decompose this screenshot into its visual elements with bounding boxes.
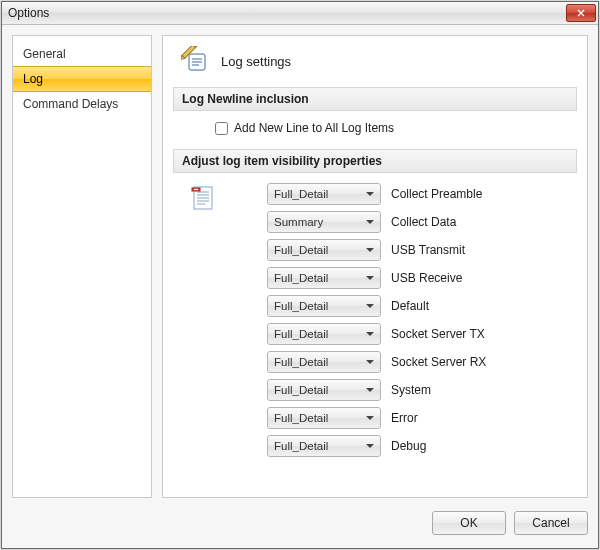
titlebar: Options: [2, 2, 598, 25]
visibility-dropdown[interactable]: Full_Detail: [267, 435, 381, 457]
sidebar-item-command-delays[interactable]: Command Delays: [13, 92, 151, 116]
visibility-dropdown[interactable]: Summary: [267, 211, 381, 233]
section-heading-visibility: Adjust log item visibility properties: [173, 149, 577, 173]
visibility-label: USB Transmit: [391, 243, 465, 257]
visibility-label: Default: [391, 299, 429, 313]
visibility-dropdown[interactable]: Full_Detail: [267, 379, 381, 401]
dropdown-value: Full_Detail: [274, 384, 328, 396]
add-newline-label: Add New Line to All Log Items: [234, 121, 394, 135]
chevron-down-icon: [366, 192, 374, 196]
visibility-label: Debug: [391, 439, 426, 453]
chevron-down-icon: [366, 332, 374, 336]
document-icon: [191, 200, 217, 214]
visibility-row: Full_DetailDebug: [267, 435, 569, 457]
visibility-label: System: [391, 383, 431, 397]
section-body-newline: Add New Line to All Log Items: [173, 111, 577, 149]
pencil-note-icon: [181, 46, 209, 77]
section-body-visibility: Full_DetailCollect PreambleSummaryCollec…: [173, 173, 577, 461]
page-header: Log settings: [173, 46, 577, 77]
visibility-dropdown[interactable]: Full_Detail: [267, 407, 381, 429]
dropdown-value: Full_Detail: [274, 272, 328, 284]
visibility-dropdown[interactable]: Full_Detail: [267, 267, 381, 289]
visibility-dropdown[interactable]: Full_Detail: [267, 323, 381, 345]
chevron-down-icon: [366, 248, 374, 252]
ok-button-label: OK: [460, 516, 477, 530]
visibility-label: Collect Preamble: [391, 187, 482, 201]
visibility-row: Full_DetailCollect Preamble: [267, 183, 569, 205]
page-title: Log settings: [221, 54, 291, 69]
sidebar-item-label: Log: [23, 72, 43, 86]
sidebar-item-general[interactable]: General: [13, 42, 151, 66]
dropdown-value: Summary: [274, 216, 323, 228]
visibility-dropdown[interactable]: Full_Detail: [267, 295, 381, 317]
visibility-label: USB Receive: [391, 271, 462, 285]
visibility-rows: Full_DetailCollect PreambleSummaryCollec…: [247, 183, 569, 457]
dialog-footer: OK Cancel: [2, 504, 598, 548]
sidebar-item-log[interactable]: Log: [13, 66, 151, 92]
dropdown-value: Full_Detail: [274, 244, 328, 256]
dropdown-value: Full_Detail: [274, 188, 328, 200]
section-heading-newline: Log Newline inclusion: [173, 87, 577, 111]
visibility-row: Full_DetailSocket Server TX: [267, 323, 569, 345]
visibility-dropdown[interactable]: Full_Detail: [267, 239, 381, 261]
dialog-body: General Log Command Delays: [2, 25, 598, 504]
main-content: Log settings Log Newline inclusion Add N…: [163, 36, 587, 497]
visibility-row: Full_DetailError: [267, 407, 569, 429]
visibility-label: Collect Data: [391, 215, 456, 229]
visibility-row: SummaryCollect Data: [267, 211, 569, 233]
main-panel: Log settings Log Newline inclusion Add N…: [162, 35, 588, 498]
visibility-row: Full_DetailUSB Transmit: [267, 239, 569, 261]
sidebar-item-label: General: [23, 47, 66, 61]
chevron-down-icon: [366, 444, 374, 448]
close-icon: [577, 6, 585, 20]
cancel-button[interactable]: Cancel: [514, 511, 588, 535]
sidebar-item-label: Command Delays: [23, 97, 118, 111]
visibility-label: Error: [391, 411, 418, 425]
visibility-row: Full_DetailSystem: [267, 379, 569, 401]
visibility-label: Socket Server RX: [391, 355, 486, 369]
add-newline-checkbox[interactable]: [215, 122, 228, 135]
visibility-row: Full_DetailUSB Receive: [267, 267, 569, 289]
chevron-down-icon: [366, 416, 374, 420]
cancel-button-label: Cancel: [532, 516, 569, 530]
visibility-row: Full_DetailSocket Server RX: [267, 351, 569, 373]
dropdown-value: Full_Detail: [274, 328, 328, 340]
dropdown-value: Full_Detail: [274, 440, 328, 452]
add-newline-row[interactable]: Add New Line to All Log Items: [181, 121, 569, 135]
chevron-down-icon: [366, 360, 374, 364]
visibility-dropdown[interactable]: Full_Detail: [267, 183, 381, 205]
chevron-down-icon: [366, 304, 374, 308]
dropdown-value: Full_Detail: [274, 356, 328, 368]
close-button[interactable]: [566, 4, 596, 22]
chevron-down-icon: [366, 276, 374, 280]
visibility-dropdown[interactable]: Full_Detail: [267, 351, 381, 373]
visibility-row: Full_DetailDefault: [267, 295, 569, 317]
chevron-down-icon: [366, 388, 374, 392]
dropdown-value: Full_Detail: [274, 300, 328, 312]
window-title: Options: [8, 6, 566, 20]
doc-icon-column: [181, 183, 223, 457]
options-dialog: Options General Log Command Delays: [1, 1, 599, 549]
chevron-down-icon: [366, 220, 374, 224]
visibility-label: Socket Server TX: [391, 327, 485, 341]
dropdown-value: Full_Detail: [274, 412, 328, 424]
ok-button[interactable]: OK: [432, 511, 506, 535]
sidebar: General Log Command Delays: [12, 35, 152, 498]
